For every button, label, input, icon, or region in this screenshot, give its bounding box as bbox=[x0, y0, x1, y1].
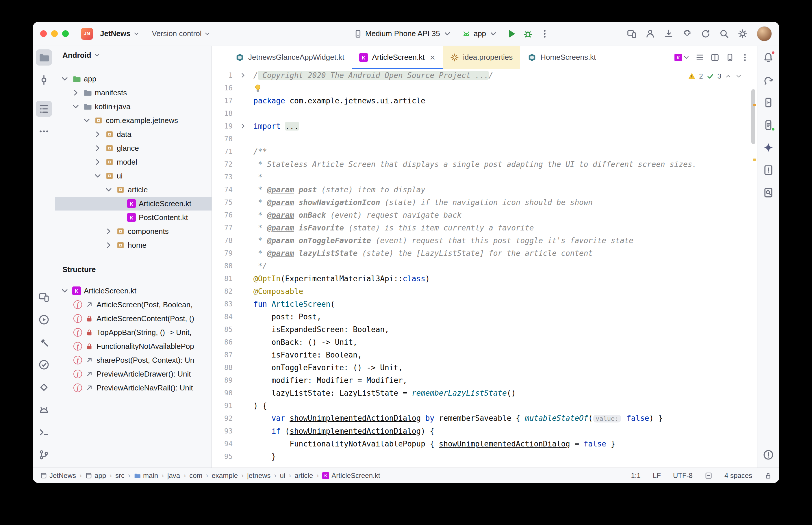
commit-tool-button[interactable] bbox=[36, 72, 52, 88]
line-number[interactable]: 17 bbox=[212, 97, 233, 105]
gemini-tool-button[interactable] bbox=[760, 139, 777, 156]
structure-item-articlescreen-post-boolean[interactable]: fArticleScreen(Post, Boolean, bbox=[55, 298, 211, 312]
code-line-90[interactable]: 90 lazyListState: LazyListState = rememb… bbox=[212, 387, 757, 400]
line-number[interactable]: 87 bbox=[212, 351, 233, 359]
indent-size[interactable]: 4 spaces bbox=[724, 471, 752, 480]
chevron-down-icon[interactable] bbox=[82, 116, 91, 125]
code-line-73[interactable]: 73 * bbox=[212, 171, 757, 183]
breadcrumb-item-article[interactable]: article bbox=[294, 471, 313, 480]
project-tree-item-postcontent-kt[interactable]: KPostContent.kt bbox=[55, 211, 211, 224]
app-quality-insights-tool-button[interactable] bbox=[760, 162, 777, 178]
profiler-tool-button[interactable] bbox=[36, 379, 52, 395]
split-view-button[interactable] bbox=[709, 51, 721, 64]
line-number[interactable]: 90 bbox=[212, 389, 233, 397]
version-control-tool-button[interactable] bbox=[36, 447, 52, 463]
line-separator[interactable]: LF bbox=[653, 471, 661, 480]
structure-root[interactable]: KArticleScreen.kt bbox=[55, 284, 211, 298]
code-line-79[interactable]: 79 * @param lazyListState (state) the [L… bbox=[212, 247, 757, 260]
structure-tool-button[interactable] bbox=[36, 101, 52, 117]
code-line-92[interactable]: 92 var showUnimplementedActionDialog by … bbox=[212, 412, 757, 425]
more-editor-actions-button[interactable] bbox=[739, 51, 751, 64]
chevron-right-icon[interactable] bbox=[104, 227, 113, 236]
code-line-82[interactable]: 82@Composable bbox=[212, 285, 757, 298]
line-number[interactable]: 83 bbox=[212, 300, 233, 308]
project-tree-item-article[interactable]: article bbox=[55, 183, 211, 197]
line-number[interactable]: 94 bbox=[212, 440, 233, 448]
code-line-88[interactable]: 88 onToggleFavorite: () -> Unit, bbox=[212, 361, 757, 374]
run-tool-button[interactable] bbox=[36, 312, 52, 328]
line-number[interactable]: 72 bbox=[212, 160, 233, 168]
code-line-81[interactable]: 81@OptIn(ExperimentalMaterial3Api::class… bbox=[212, 272, 757, 285]
caret-position[interactable]: 1:1 bbox=[631, 471, 641, 480]
editor-tab-jetnewsglanceappwidget-kt[interactable]: JetnewsGlanceAppWidget.kt bbox=[228, 46, 352, 69]
terminal-tool-button[interactable] bbox=[36, 424, 52, 440]
next-problem-button[interactable] bbox=[735, 73, 742, 80]
breadcrumb-item-com[interactable]: com bbox=[189, 471, 202, 480]
chevron-down-icon[interactable] bbox=[93, 171, 102, 180]
line-number[interactable]: 73 bbox=[212, 173, 233, 181]
line-number[interactable]: 79 bbox=[212, 249, 233, 257]
structure-item-functionalitynotavailablepop[interactable]: fFunctionalityNotAvailablePop bbox=[55, 339, 211, 353]
project-view-selector[interactable]: Android bbox=[55, 46, 211, 64]
chevron-right-icon[interactable] bbox=[104, 241, 113, 250]
code-line-16[interactable]: 16 bbox=[212, 82, 757, 94]
gradle-sync-button[interactable] bbox=[698, 27, 713, 41]
breadcrumb-item-ui[interactable]: ui bbox=[280, 471, 285, 480]
line-number[interactable]: 81 bbox=[212, 275, 233, 283]
line-number[interactable]: 92 bbox=[212, 415, 233, 422]
breadcrumb-item-articlescreen-kt[interactable]: KArticleScreen.kt bbox=[322, 471, 380, 480]
line-number[interactable]: 88 bbox=[212, 363, 233, 372]
breadcrumb-item-jetnews[interactable]: JetNews bbox=[40, 471, 76, 480]
problems-tool-button[interactable] bbox=[760, 447, 777, 463]
code-line-77[interactable]: 77 * @param isFavorite (state) is this i… bbox=[212, 222, 757, 234]
project-name-widget[interactable]: JetNews bbox=[97, 27, 143, 41]
more-run-actions-button[interactable] bbox=[537, 27, 552, 41]
line-number[interactable]: 84 bbox=[212, 313, 233, 321]
chevron-right-icon[interactable] bbox=[93, 130, 102, 139]
code-line-76[interactable]: 76 * @param onBack (event) request navig… bbox=[212, 209, 757, 222]
file-encoding[interactable]: UTF-8 bbox=[673, 471, 693, 480]
project-tree-item-model[interactable]: model bbox=[55, 155, 211, 169]
device-explorer-tool-button[interactable] bbox=[760, 117, 777, 133]
code-line-70[interactable]: 70 bbox=[212, 133, 757, 145]
line-number[interactable]: 70 bbox=[212, 135, 233, 143]
close-tab-icon[interactable]: × bbox=[430, 53, 435, 62]
code-line-87[interactable]: 87 isFavorite: Boolean, bbox=[212, 348, 757, 361]
chevron-right-icon[interactable] bbox=[93, 144, 102, 153]
notifications-button[interactable] bbox=[760, 49, 777, 65]
editor-tab-idea-properties[interactable]: idea.properties bbox=[443, 46, 520, 69]
code-line-1[interactable]: 1/ Copyright 2020 The Android Open Sourc… bbox=[212, 69, 757, 82]
project-tree-item-app[interactable]: app bbox=[55, 72, 211, 86]
line-number[interactable]: 1 bbox=[212, 71, 233, 79]
device-selector[interactable]: Medium Phone API 35 bbox=[350, 27, 456, 41]
code-line-93[interactable]: 93 if (showUnimplementedActionDialog) { bbox=[212, 425, 757, 437]
gradle-tool-button[interactable] bbox=[760, 72, 777, 88]
line-number[interactable]: 91 bbox=[212, 402, 233, 410]
chevron-right-icon[interactable] bbox=[71, 88, 80, 97]
code-line-86[interactable]: 86 onBack: () -> Unit, bbox=[212, 336, 757, 348]
code-line-78[interactable]: 78 * @param onToggleFavorite (event) req… bbox=[212, 234, 757, 247]
structure-item-sharepost-post-context-un[interactable]: fsharePost(Post, Context): Un bbox=[55, 353, 211, 367]
indent-style[interactable] bbox=[705, 472, 712, 479]
structure-item-previewarticledrawer-unit[interactable]: fPreviewArticleDrawer(): Unit bbox=[55, 367, 211, 381]
chevron-down-icon[interactable] bbox=[104, 185, 113, 194]
line-number[interactable]: 89 bbox=[212, 376, 233, 384]
line-number[interactable]: 93 bbox=[212, 427, 233, 435]
project-tool-button[interactable] bbox=[36, 49, 52, 65]
sdk-manager-button[interactable] bbox=[662, 27, 676, 41]
line-number[interactable]: 80 bbox=[212, 262, 233, 270]
project-tree-item-data[interactable]: data bbox=[55, 127, 211, 141]
app-inspection-tool-button[interactable] bbox=[36, 357, 52, 373]
project-tree-item-kotlin-java[interactable]: kotlin+java bbox=[55, 100, 211, 114]
inspections-widget[interactable]: 2 3 bbox=[686, 71, 744, 81]
code-line-83[interactable]: 83fun ArticleScreen( bbox=[212, 298, 757, 311]
project-tree-item-manifests[interactable]: manifests bbox=[55, 86, 211, 100]
breadcrumb-item-example[interactable]: example bbox=[211, 471, 238, 480]
line-number[interactable]: 85 bbox=[212, 326, 233, 333]
code-editor[interactable]: 1/ Copyright 2020 The Android Open Sourc… bbox=[212, 69, 757, 467]
structure-item-previewarticlenavrail-unit[interactable]: fPreviewArticleNavRail(): Unit bbox=[55, 381, 211, 395]
chevron-down-icon[interactable] bbox=[60, 286, 69, 296]
editor-tab-articlescreen-kt[interactable]: KArticleScreen.kt× bbox=[352, 46, 443, 69]
code-line-18[interactable]: 18 bbox=[212, 107, 757, 120]
breadcrumb-item-main[interactable]: main bbox=[134, 471, 158, 480]
